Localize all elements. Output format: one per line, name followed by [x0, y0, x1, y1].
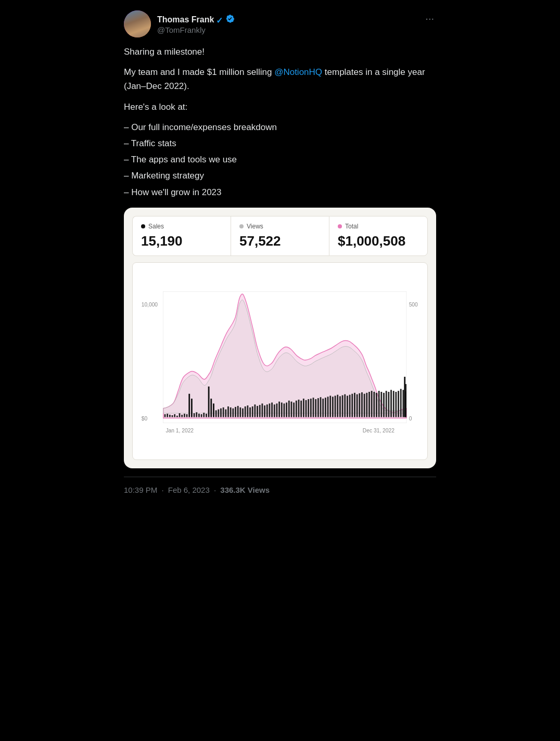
- mention-notionhq[interactable]: @NotionHQ: [274, 67, 322, 77]
- tweet-body-text: My team and I made $1 million selling: [124, 67, 272, 77]
- svg-rect-14: [181, 415, 183, 417]
- svg-rect-56: [284, 403, 285, 417]
- svg-rect-81: [344, 394, 346, 417]
- stat-views: Views 57,522: [231, 216, 329, 256]
- svg-rect-62: [298, 400, 300, 417]
- svg-rect-100: [390, 390, 392, 417]
- svg-rect-17: [188, 393, 190, 417]
- total-label-text: Total: [345, 223, 358, 230]
- svg-text:10,000: 10,000: [142, 301, 158, 307]
- svg-rect-73: [325, 398, 326, 417]
- svg-rect-95: [378, 391, 380, 417]
- svg-rect-55: [281, 402, 283, 417]
- svg-rect-26: [210, 399, 212, 417]
- svg-rect-63: [300, 401, 302, 417]
- username: @TomFrankly: [157, 25, 235, 34]
- svg-rect-21: [198, 414, 200, 417]
- svg-rect-32: [225, 409, 226, 417]
- chart-wrapper: 10,000 $0 500 0 Jan 1, 2022 Dec 31, 2022: [132, 262, 428, 460]
- stat-sales: Sales 15,190: [132, 216, 231, 256]
- svg-rect-88: [361, 392, 363, 417]
- svg-rect-70: [317, 398, 319, 417]
- stat-total-label: Total: [338, 223, 419, 230]
- svg-rect-46: [259, 405, 261, 417]
- svg-rect-107: [404, 377, 405, 417]
- svg-rect-44: [254, 404, 256, 417]
- svg-rect-89: [364, 393, 365, 417]
- svg-text:0: 0: [409, 416, 412, 421]
- svg-rect-49: [266, 404, 268, 417]
- svg-rect-15: [184, 414, 185, 417]
- svg-rect-31: [223, 407, 224, 417]
- svg-rect-52: [274, 404, 275, 417]
- svg-rect-35: [232, 408, 234, 417]
- user-info: Thomas Frank ✓️ @TomFrankly: [157, 14, 235, 34]
- stats-row: Sales 15,190 Views 57,522 Total $1,000,5…: [132, 216, 428, 256]
- svg-rect-86: [357, 394, 358, 417]
- views-dot: [239, 224, 244, 228]
- svg-rect-83: [349, 394, 351, 417]
- tweet-footer-text: 10:39 PM · Feb 6, 2023 · 336.3K Views: [124, 486, 436, 494]
- svg-text:Jan 1, 2022: Jan 1, 2022: [166, 428, 194, 433]
- list-item-2: – Traffic stats: [124, 136, 436, 150]
- total-dot: [338, 224, 342, 228]
- svg-rect-43: [252, 406, 253, 417]
- svg-rect-104: [400, 389, 402, 417]
- svg-rect-10: [172, 415, 173, 417]
- svg-rect-23: [203, 413, 205, 417]
- svg-rect-25: [208, 386, 210, 417]
- svg-rect-57: [286, 402, 287, 417]
- svg-rect-68: [313, 398, 314, 417]
- tweet-intro: Sharing a milestone!: [124, 45, 436, 59]
- svg-rect-78: [337, 394, 338, 417]
- svg-rect-9: [169, 415, 171, 417]
- sales-value: 15,190: [141, 233, 222, 249]
- svg-rect-18: [191, 399, 193, 417]
- svg-rect-41: [247, 405, 248, 417]
- display-name[interactable]: Thomas Frank ✓️: [157, 14, 235, 25]
- chart-card: Sales 15,190 Views 57,522 Total $1,000,5…: [124, 208, 436, 468]
- avatar[interactable]: [124, 10, 151, 37]
- svg-rect-71: [320, 397, 322, 417]
- more-options-button[interactable]: ···: [423, 10, 436, 27]
- stat-sales-label: Sales: [141, 223, 222, 230]
- tweet-main-text: My team and I made $1 million selling @N…: [124, 65, 436, 93]
- svg-rect-79: [339, 396, 341, 417]
- stat-views-label: Views: [239, 223, 321, 230]
- svg-rect-59: [291, 401, 292, 417]
- footer-dot-1: ·: [161, 486, 163, 494]
- tweet-views-count: 336.3K Views: [220, 486, 270, 494]
- svg-rect-61: [296, 401, 297, 417]
- svg-rect-40: [245, 406, 246, 417]
- svg-rect-51: [271, 402, 273, 417]
- svg-rect-84: [351, 393, 353, 417]
- svg-text:Dec 31, 2022: Dec 31, 2022: [363, 428, 394, 433]
- svg-rect-66: [308, 399, 309, 417]
- svg-rect-42: [249, 407, 251, 417]
- svg-rect-28: [215, 410, 217, 417]
- svg-rect-96: [380, 392, 382, 417]
- svg-rect-97: [383, 393, 385, 417]
- svg-text:500: 500: [409, 301, 418, 307]
- tweet-footer: 10:39 PM · Feb 6, 2023 · 336.3K Views: [124, 477, 436, 503]
- svg-text:$0: $0: [142, 416, 148, 421]
- svg-rect-93: [373, 392, 375, 417]
- svg-rect-11: [174, 414, 175, 417]
- verified-icon: ✓️: [216, 14, 234, 25]
- svg-rect-19: [194, 413, 195, 417]
- svg-rect-105: [402, 390, 404, 417]
- svg-rect-65: [306, 400, 307, 417]
- views-value: 57,522: [239, 233, 321, 249]
- svg-rect-60: [293, 402, 295, 417]
- svg-rect-91: [368, 392, 370, 417]
- svg-rect-29: [218, 409, 219, 417]
- svg-rect-75: [329, 395, 331, 417]
- svg-rect-94: [376, 393, 377, 417]
- svg-rect-22: [201, 414, 202, 417]
- svg-rect-58: [288, 401, 290, 417]
- tweet-date: Feb 6, 2023: [168, 486, 210, 494]
- svg-rect-33: [227, 406, 229, 417]
- svg-rect-74: [327, 397, 329, 417]
- svg-rect-82: [347, 395, 348, 417]
- svg-rect-13: [179, 413, 181, 417]
